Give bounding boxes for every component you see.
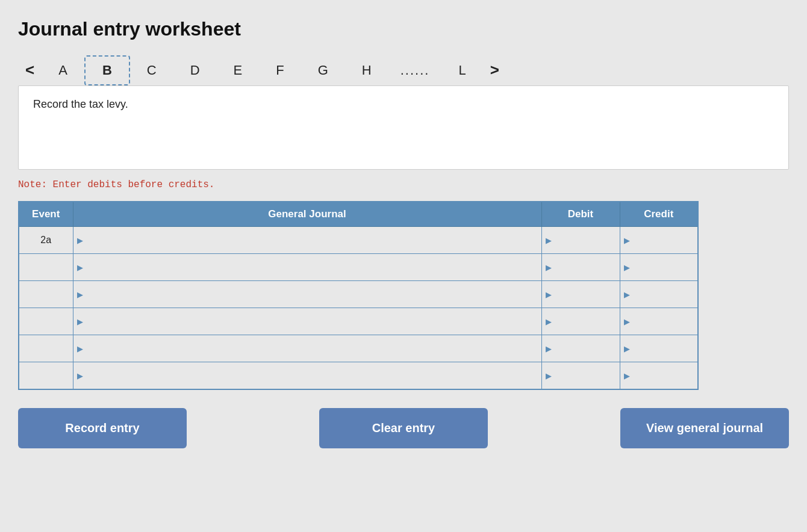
credit-arrow-icon-0: ▶ xyxy=(624,236,630,245)
col-header-debit: Debit xyxy=(541,202,620,227)
table-row: ▶▶▶ xyxy=(19,335,698,362)
journal-arrow-icon-4: ▶ xyxy=(77,344,83,353)
tab-H[interactable]: H xyxy=(345,57,388,84)
tab-L[interactable]: L xyxy=(441,57,482,84)
debit-arrow-icon-1: ▶ xyxy=(546,263,552,272)
debit-input-2[interactable] xyxy=(554,281,620,308)
journal-input-1[interactable] xyxy=(86,254,541,280)
credit-cell-5[interactable]: ▶ xyxy=(620,362,698,390)
credit-input-0[interactable] xyxy=(632,227,698,253)
journal-arrow-icon-2: ▶ xyxy=(77,290,83,299)
button-row: Record entry Clear entry View general jo… xyxy=(18,408,789,448)
tab-G[interactable]: G xyxy=(301,57,345,84)
journal-input-5[interactable] xyxy=(86,362,541,389)
tab-navigation: < A B C D E F G H ...... L > xyxy=(18,55,789,85)
debit-cell-5[interactable]: ▶ xyxy=(541,362,620,390)
credit-input-4[interactable] xyxy=(632,335,698,362)
credit-cell-2[interactable]: ▶ xyxy=(620,281,698,308)
tab-prev-arrow[interactable]: < xyxy=(18,55,42,85)
event-cell-4 xyxy=(19,335,73,362)
col-header-event: Event xyxy=(19,202,73,227)
journal-input-4[interactable] xyxy=(86,335,541,362)
tab-dots: ...... xyxy=(388,57,442,84)
event-cell-1 xyxy=(19,254,73,281)
journal-arrow-icon-1: ▶ xyxy=(77,263,83,272)
debit-cell-3[interactable]: ▶ xyxy=(541,308,620,335)
tab-B[interactable]: B xyxy=(84,55,130,85)
event-cell-0: 2a xyxy=(19,227,73,254)
tab-next-arrow[interactable]: > xyxy=(483,55,506,85)
journal-cell-0[interactable]: ▶ xyxy=(73,227,541,254)
table-row: ▶▶▶ xyxy=(19,362,698,390)
view-general-journal-button[interactable]: View general journal xyxy=(620,408,789,448)
description-box: Record the tax levy. xyxy=(18,85,789,170)
page-title: Journal entry worksheet xyxy=(18,18,789,40)
journal-arrow-icon-0: ▶ xyxy=(77,236,83,245)
event-cell-2 xyxy=(19,281,73,308)
col-header-journal: General Journal xyxy=(73,202,541,227)
journal-cell-4[interactable]: ▶ xyxy=(73,335,541,362)
credit-cell-0[interactable]: ▶ xyxy=(620,227,698,254)
credit-cell-4[interactable]: ▶ xyxy=(620,335,698,362)
journal-arrow-icon-3: ▶ xyxy=(77,317,83,326)
debit-arrow-icon-0: ▶ xyxy=(546,236,552,245)
table-row: ▶▶▶ xyxy=(19,281,698,308)
note-text: Note: Enter debits before credits. xyxy=(18,179,789,190)
description-text: Record the tax levy. xyxy=(33,98,128,110)
event-cell-3 xyxy=(19,308,73,335)
table-row: ▶▶▶ xyxy=(19,254,698,281)
credit-input-5[interactable] xyxy=(632,362,698,389)
credit-cell-3[interactable]: ▶ xyxy=(620,308,698,335)
debit-arrow-icon-5: ▶ xyxy=(546,371,552,380)
credit-input-2[interactable] xyxy=(632,281,698,308)
table-row: 2a▶▶▶ xyxy=(19,227,698,254)
debit-input-5[interactable] xyxy=(554,362,620,389)
debit-cell-4[interactable]: ▶ xyxy=(541,335,620,362)
journal-arrow-icon-5: ▶ xyxy=(77,371,83,380)
debit-arrow-icon-3: ▶ xyxy=(546,317,552,326)
debit-arrow-icon-2: ▶ xyxy=(546,290,552,299)
col-header-credit: Credit xyxy=(620,202,698,227)
journal-input-3[interactable] xyxy=(86,308,541,335)
journal-cell-2[interactable]: ▶ xyxy=(73,281,541,308)
record-entry-button[interactable]: Record entry xyxy=(18,408,187,448)
event-cell-5 xyxy=(19,362,73,390)
tab-D[interactable]: D xyxy=(173,57,217,84)
tab-A[interactable]: A xyxy=(42,57,84,84)
debit-input-3[interactable] xyxy=(554,308,620,335)
debit-input-1[interactable] xyxy=(554,254,620,280)
journal-input-2[interactable] xyxy=(86,281,541,308)
credit-cell-1[interactable]: ▶ xyxy=(620,254,698,281)
journal-cell-5[interactable]: ▶ xyxy=(73,362,541,390)
table-row: ▶▶▶ xyxy=(19,308,698,335)
debit-cell-0[interactable]: ▶ xyxy=(541,227,620,254)
debit-input-0[interactable] xyxy=(554,227,620,253)
debit-cell-1[interactable]: ▶ xyxy=(541,254,620,281)
journal-table: Event General Journal Debit Credit 2a▶▶▶… xyxy=(18,201,699,390)
journal-cell-1[interactable]: ▶ xyxy=(73,254,541,281)
tab-F[interactable]: F xyxy=(259,57,301,84)
credit-input-1[interactable] xyxy=(632,254,698,280)
journal-cell-3[interactable]: ▶ xyxy=(73,308,541,335)
credit-arrow-icon-4: ▶ xyxy=(624,344,630,353)
credit-arrow-icon-2: ▶ xyxy=(624,290,630,299)
debit-cell-2[interactable]: ▶ xyxy=(541,281,620,308)
debit-input-4[interactable] xyxy=(554,335,620,362)
credit-arrow-icon-5: ▶ xyxy=(624,371,630,380)
credit-input-3[interactable] xyxy=(632,308,698,335)
credit-arrow-icon-3: ▶ xyxy=(624,317,630,326)
debit-arrow-icon-4: ▶ xyxy=(546,344,552,353)
journal-input-0[interactable] xyxy=(86,227,541,253)
clear-entry-button[interactable]: Clear entry xyxy=(319,408,488,448)
tab-C[interactable]: C xyxy=(130,57,173,84)
tab-E[interactable]: E xyxy=(217,57,260,84)
credit-arrow-icon-1: ▶ xyxy=(624,263,630,272)
